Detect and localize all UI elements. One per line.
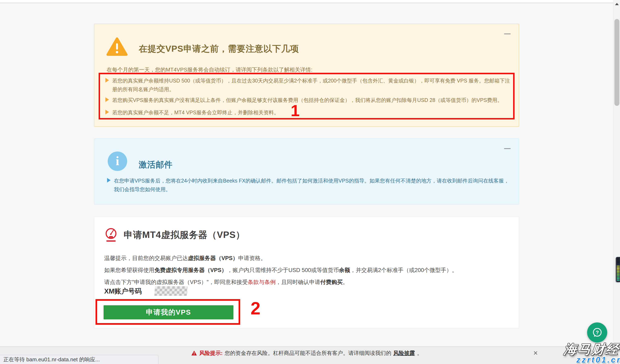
bullet-arrow-icon <box>106 97 109 102</box>
text-segment: 申请资格。 <box>238 255 266 261</box>
text-segment-bold: 付费购买 <box>320 279 342 285</box>
info-title: 激活邮件 <box>139 159 173 170</box>
text-segment-bold: 虚拟服务器（VPS） <box>188 255 238 261</box>
text-segment: ，且同时确认申请 <box>276 279 320 285</box>
account-number-label: XM账户号码 <box>104 287 142 295</box>
list-item: 若您购买VPS服务的真实账户没有满足以上条件，但账户余额足够支付该服务费用（包括… <box>106 96 514 104</box>
account-number-redacted <box>154 286 187 296</box>
question-bubble-icon: ? <box>591 327 603 339</box>
warning-title: 在提交VPS申请之前，需要注意以下几项 <box>139 43 299 55</box>
browser-status-bar: 正在等待 bam.eu01.nr-data.net 的响应... <box>0 355 158 364</box>
terms-link[interactable]: 条款与条例 <box>248 279 276 285</box>
bullet-text: 若您的真实账户余额维持USD 500（或等值货币），且在过去30天内交易至少满2… <box>112 76 514 94</box>
warning-intro: 在每个月的第一天，您的MT4VPS服务将会自动续订，请详阅下列条款以了解相关详情… <box>107 66 312 73</box>
apply-vps-panel: 申请MT4虚拟服务器（VPS） 温馨提示，目前您的交易账户已达虚拟服务器（VPS… <box>94 217 519 328</box>
info-icon: i <box>108 152 127 171</box>
text-segment: 请点击下方"申请我的虚拟服务器（VPS）"，即同意和接受 <box>104 279 248 285</box>
text-segment: 如果您希望获得使用 <box>104 267 155 273</box>
apply-vps-button[interactable]: 申请我的VPS <box>104 305 233 319</box>
help-button[interactable]: ? <box>587 322 607 343</box>
scrollbar-thumb[interactable] <box>614 19 619 106</box>
apply-paragraph-3: 请点击下方"申请我的虚拟服务器（VPS）"，即同意和接受条款与条例，且同时确认申… <box>104 278 348 286</box>
list-item: 若您的真实账户余额维持USD 500（或等值货币），且在过去30天内交易至少满2… <box>106 76 514 94</box>
annotation-number-1: 1 <box>291 103 300 119</box>
apply-title: 申请MT4虚拟服务器（VPS） <box>124 229 245 241</box>
risk-disclosure-link[interactable]: 风险披露 <box>393 349 415 357</box>
list-item: 在您申请VPS服务后，您将在24小时内收到来自Beeks FX的确认邮件。邮件包… <box>107 176 512 194</box>
bullet-text: 若您购买VPS服务的真实账户没有满足以上条件，但账户余额足够支付该服务费用（包括… <box>112 96 514 104</box>
bullet-arrow-icon <box>107 178 111 182</box>
risk-triangle-icon <box>191 350 197 356</box>
gauge-icon <box>104 228 118 243</box>
list-item: 若您的真实账户余额不足，MT4 VPS服务会立即终止，并删除相关资料。 <box>106 108 514 117</box>
collapse-icon[interactable] <box>504 33 511 34</box>
warning-triangle-icon <box>106 37 128 58</box>
color-stripes-icon <box>617 258 620 281</box>
bullet-text: 若您的真实账户余额不足，MT4 VPS服务会立即终止，并删除相关资料。 <box>112 108 514 117</box>
risk-label: 风险提示: <box>199 349 223 357</box>
apply-paragraph-2: 如果您希望获得使用免费虚拟专用服务器（VPS），账户内只需维持不少于USD 50… <box>104 266 458 274</box>
text-segment: ，账户内只需维持不少于USD 500或等值货币 <box>227 267 339 273</box>
scrollbar[interactable] <box>613 0 620 364</box>
annotation-number-2: 2 <box>250 299 261 317</box>
svg-text:?: ? <box>596 330 599 335</box>
vps-notice-panel: 在提交VPS申请之前，需要注意以下几项 在每个月的第一天，您的MT4VPS服务将… <box>94 24 519 127</box>
annotation-box-1: 若您的真实账户余额维持USD 500（或等值货币），且在过去30天内交易至少满2… <box>99 73 514 120</box>
risk-suffix: 。 <box>417 349 422 357</box>
text-segment: ，并交易满2个标准手（或200个微型手）。 <box>350 267 458 273</box>
collapse-icon[interactable] <box>504 148 511 149</box>
browser-chrome-edge <box>0 0 613 3</box>
text-segment: 。 <box>342 279 348 285</box>
text-segment-bold: 余额 <box>339 267 350 273</box>
apply-paragraph-1: 温馨提示，目前您的交易账户已达虚拟服务器（VPS）申请资格。 <box>104 255 266 262</box>
info-body: 在您申请VPS服务后，您将在24小时内收到来自Beeks FX的确认邮件。邮件包… <box>114 176 512 194</box>
text-segment: 温馨提示，目前您的交易账户已达 <box>104 255 188 261</box>
watermark-site-url: zzrt01.cn <box>576 356 620 364</box>
extension-side-widget[interactable] <box>616 257 620 282</box>
close-icon[interactable]: × <box>533 349 538 357</box>
page: 在提交VPS申请之前，需要注意以下几项 在每个月的第一天，您的MT4VPS服务将… <box>0 0 620 364</box>
account-number-row: XM账户号码 <box>104 287 142 296</box>
bullet-arrow-icon <box>106 78 109 82</box>
scrollbar-up-icon[interactable] <box>615 3 619 5</box>
risk-text: 您的资金存在风险。杠杆商品可能不适合所有客户。请详细阅读我们的 <box>225 349 391 357</box>
bullet-arrow-icon <box>106 110 109 114</box>
activation-email-panel: i 激活邮件 在您申请VPS服务后，您将在24小时内收到来自Beeks FX的确… <box>94 138 519 205</box>
text-segment-bold: 免费虚拟专用服务器（VPS） <box>155 267 227 273</box>
